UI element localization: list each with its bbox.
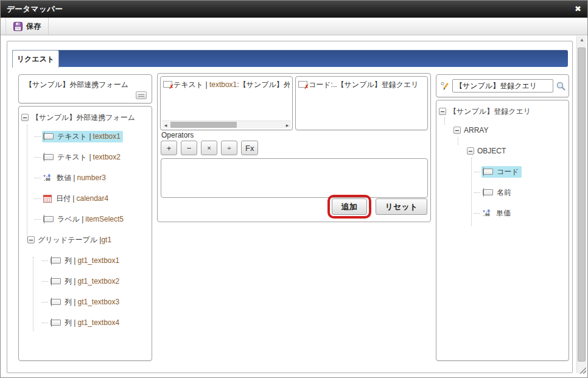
operator-plus-button[interactable]: +	[161, 141, 177, 155]
tree-connector	[35, 178, 41, 178]
source-tree: 【サンプル】外部連携フォーム テキスト | textbox1 テキスト | te…	[19, 107, 152, 360]
tree-item-object[interactable]: OBJECT	[436, 141, 569, 161]
tree-item-calendar4[interactable]: 日付 | calendar4	[19, 188, 152, 209]
tree-item-name[interactable]: 名前	[436, 182, 569, 203]
tree-item-label: テキスト |	[57, 131, 91, 142]
tree-item-id: gt1_textbox3	[77, 298, 119, 306]
tree-item-label: 列 |	[65, 318, 75, 328]
source-tree-panel: 【サンプル】外部連携フォーム テキスト | textbox1 テキスト | te…	[18, 106, 152, 361]
tree-guide-line	[444, 117, 445, 125]
tree-item-gt1[interactable]: グリッドテーブル | gt1	[19, 229, 152, 250]
mapping-target-text: コード:..【サンプル】登録クエリ	[309, 80, 419, 90]
collapse-icon[interactable]	[453, 127, 461, 134]
operator-divide-button[interactable]: ÷	[221, 141, 237, 155]
mapper-panel: リクエスト 【サンプル】外部連携フォーム 【サンプル】外部連携フォーム テキスト…	[7, 41, 573, 373]
search-icon[interactable]	[556, 81, 566, 91]
operator-minus-button[interactable]: −	[181, 141, 197, 155]
form-list-icon[interactable]	[136, 91, 147, 99]
tree-item-label: ARRAY	[464, 126, 488, 135]
close-icon[interactable]: ✖	[575, 4, 581, 15]
collapse-icon[interactable]	[467, 147, 474, 155]
tree-item-id: textbox1	[93, 132, 121, 141]
operator-multiply-button[interactable]: ×	[201, 141, 217, 155]
tree-item-label: 名前	[497, 187, 511, 198]
tree-connector	[42, 261, 48, 261]
tree-connector	[35, 157, 41, 158]
save-button[interactable]: 保存	[5, 18, 49, 35]
scroll-up-icon[interactable]: ▲	[577, 37, 587, 46]
tree-item-textbox2[interactable]: テキスト | textbox2	[19, 147, 152, 167]
calendar-icon	[43, 195, 52, 203]
tree-connector	[35, 219, 41, 220]
textbox-icon	[483, 189, 493, 195]
tree-connector	[474, 192, 480, 193]
action-buttons: 追加 リセット	[327, 195, 427, 219]
query-input[interactable]	[452, 79, 553, 93]
tree-item-array[interactable]: ARRAY	[436, 120, 569, 141]
tree-guide-line	[458, 137, 458, 145]
tree-item-id: calendar4	[76, 194, 108, 203]
tree-item-label: 【サンプル】登録クエリ	[449, 107, 531, 117]
number-icon: +.0.00	[43, 174, 53, 181]
horizontal-scrollbar[interactable]: ◀ ▶	[162, 121, 291, 128]
tree-item-label: 【サンプル】外部連携フォーム	[32, 113, 135, 123]
mapping-target-box[interactable]: コード:..【サンプル】登録クエリ	[295, 76, 428, 130]
tree-item-id: textbox2	[93, 153, 121, 161]
tree-connector	[35, 198, 41, 199]
collapse-icon[interactable]	[27, 236, 35, 243]
target-tree-panel: 【サンプル】登録クエリ ARRAY OBJECT コード 名前	[436, 100, 569, 361]
add-button[interactable]: 追加	[332, 198, 367, 215]
scrollbar-track[interactable]	[169, 121, 284, 128]
textbox-icon	[483, 169, 493, 175]
tab-request-label: リクエスト	[17, 54, 54, 65]
tree-item-gt1-textbox2[interactable]: 列 | gt1_textbox2	[19, 271, 152, 292]
textbox-icon	[43, 154, 54, 160]
tree-item-price[interactable]: +.0.00単価	[436, 203, 569, 223]
textbox-icon	[43, 216, 54, 222]
tree-connector	[42, 323, 48, 323]
tree-item-code[interactable]: コード	[436, 161, 569, 182]
save-button-label: 保存	[26, 21, 41, 32]
tree-item-gt1-textbox1[interactable]: 列 | gt1_textbox1	[19, 250, 152, 271]
target-query-bar	[436, 74, 569, 97]
remove-mapping-icon[interactable]	[163, 81, 172, 88]
tree-connector	[474, 172, 480, 172]
tree-connector	[35, 136, 41, 137]
tree-item-id: itemSelect5	[85, 215, 124, 223]
tree-connector	[474, 213, 480, 214]
collapse-icon[interactable]	[439, 108, 446, 115]
tree-item-root[interactable]: 【サンプル】外部連携フォーム	[19, 109, 152, 126]
textbox-icon	[51, 299, 61, 305]
remove-mapping-icon[interactable]	[298, 81, 307, 88]
tree-item-label: 単価	[496, 208, 511, 219]
scrollbar-thumb[interactable]	[170, 122, 237, 128]
tree-item-number3[interactable]: +.0.00数値 | number3	[19, 167, 152, 188]
tree-item-itemselect5[interactable]: ラベル | itemSelect5	[19, 209, 152, 229]
operator-function-button[interactable]: Fx	[241, 141, 258, 155]
expression-area[interactable]	[161, 158, 428, 198]
tree-item-label: テキスト |	[57, 152, 91, 163]
source-form-title: 【サンプル】外部連携フォーム	[25, 80, 128, 89]
collapse-icon[interactable]	[21, 114, 29, 121]
floppy-disk-icon	[13, 22, 23, 31]
scroll-right-icon[interactable]: ▶	[284, 121, 291, 128]
scrollbar-thumb[interactable]	[578, 47, 586, 362]
mapping-source-box[interactable]: テキスト | textbox1:【サンプル】外部連携 ◀ ▶	[160, 76, 293, 130]
tree-item-gt1-textbox4[interactable]: 列 | gt1_textbox4	[19, 312, 152, 333]
vertical-scrollbar[interactable]: ▲	[576, 36, 586, 373]
tree-item-textbox1[interactable]: テキスト | textbox1	[19, 126, 152, 147]
tree-item-id: gt1_textbox1	[77, 256, 119, 265]
mapping-source-text: テキスト | textbox1:【サンプル】外部連携	[173, 80, 290, 90]
data-mapper-dialog: データマッパー ✖ 保存 リクエスト 【サンプル】外部連携フォーム	[0, 0, 588, 378]
edit-pencil-icon[interactable]	[440, 81, 450, 91]
scroll-left-icon[interactable]: ◀	[162, 121, 169, 128]
tree-item-gt1-textbox3[interactable]: 列 | gt1_textbox3	[19, 292, 152, 312]
tree-item-query-root[interactable]: 【サンプル】登録クエリ	[436, 103, 569, 120]
resize-grip-icon[interactable]	[578, 365, 586, 376]
tab-request[interactable]: リクエスト	[12, 50, 59, 68]
reset-button[interactable]: リセット	[376, 198, 427, 215]
title-bar: データマッパー ✖	[1, 1, 587, 18]
tree-item-id: gt1	[101, 236, 111, 244]
tree-item-label: 列 |	[65, 297, 75, 307]
tree-connector	[42, 281, 48, 282]
